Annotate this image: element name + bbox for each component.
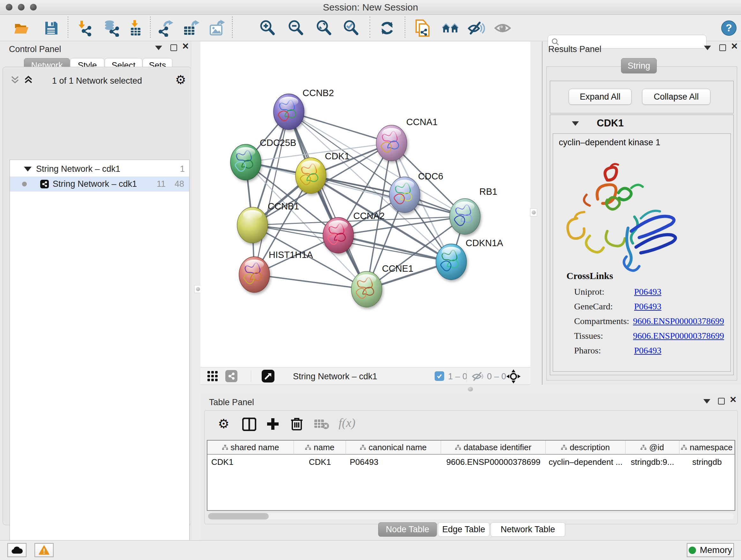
tab-node-table[interactable]: Node Table bbox=[378, 522, 437, 537]
crosslink-label: GeneCard: bbox=[574, 301, 634, 312]
node-CCNB2[interactable] bbox=[273, 94, 304, 130]
column-header--id[interactable]: @id bbox=[625, 441, 679, 455]
export-table-icon[interactable] bbox=[183, 19, 200, 37]
node-HIST1H1A[interactable] bbox=[239, 257, 270, 293]
save-session-icon[interactable] bbox=[42, 19, 60, 37]
window-minimize-button[interactable] bbox=[18, 4, 24, 10]
edge-CCNB2-CCNE1[interactable] bbox=[289, 112, 367, 289]
open-session-icon[interactable] bbox=[13, 19, 30, 37]
import-network-from-database-icon[interactable] bbox=[103, 19, 121, 37]
node-table: shared nameCDK1nameCDK1canonical nameP06… bbox=[207, 440, 735, 511]
column-header-shared-name[interactable]: shared name bbox=[207, 441, 294, 455]
column-header-namespace[interactable]: namespace bbox=[679, 441, 735, 455]
fit-center-icon[interactable] bbox=[506, 369, 521, 384]
string-view-icon[interactable] bbox=[225, 370, 238, 382]
network-collection-row[interactable]: String Network – cdk1 1 bbox=[10, 162, 189, 177]
warnings-button[interactable] bbox=[35, 543, 54, 557]
expand-all-button[interactable]: Expand All bbox=[569, 89, 631, 105]
collapse-all-button[interactable]: Collapse All bbox=[642, 89, 711, 105]
network-row-label: String Network – cdk1 bbox=[53, 179, 137, 189]
right-splitter[interactable] bbox=[530, 42, 542, 393]
cloud-button[interactable] bbox=[7, 543, 26, 557]
crosslink-label: Compartments: bbox=[574, 316, 633, 326]
table-panel-float-icon[interactable] bbox=[703, 399, 711, 403]
column-header-database-identifier[interactable]: database identifier bbox=[441, 441, 546, 455]
node-CDK1[interactable] bbox=[295, 158, 326, 193]
edge-CDK1-RB1[interactable] bbox=[311, 176, 465, 216]
network-row-selected[interactable]: String Network – cdk1 11 48 bbox=[10, 177, 189, 192]
hidden-eye-slash-icon[interactable] bbox=[472, 372, 484, 381]
tab-network-table[interactable]: Network Table bbox=[490, 522, 565, 537]
hide-selected-icon[interactable] bbox=[468, 19, 485, 37]
show-eye-icon-disabled[interactable] bbox=[494, 19, 512, 37]
node-CCNA2[interactable] bbox=[323, 217, 354, 253]
node-label-CCNA1: CCNA1 bbox=[406, 117, 437, 127]
table-options-gear-icon[interactable]: ⚙ bbox=[218, 416, 229, 431]
export-image-icon[interactable] bbox=[208, 19, 226, 37]
results-panel-maximize-icon[interactable] bbox=[719, 44, 726, 51]
results-panel-close-icon[interactable]: ✕ bbox=[731, 44, 738, 49]
control-panel-maximize-icon[interactable] bbox=[171, 44, 177, 51]
right-splitter-grip[interactable] bbox=[530, 208, 537, 216]
memory-button[interactable]: Memory bbox=[687, 543, 734, 557]
network-view-title: String Network – cdk1 bbox=[293, 372, 377, 381]
edge-HIST1H1A-CCNE1[interactable] bbox=[254, 274, 367, 289]
node-RB1[interactable] bbox=[450, 199, 480, 234]
crosslinks-list: Uniprot:P06493GeneCard:P06493Compartment… bbox=[574, 285, 724, 358]
network-from-file-icon[interactable] bbox=[414, 19, 431, 37]
table-cell: P06493 bbox=[346, 455, 441, 469]
column-header-name[interactable]: name bbox=[294, 441, 346, 455]
edge-CCNB2-CCNA1[interactable] bbox=[289, 112, 392, 143]
crosslink-value-link[interactable]: P06493 bbox=[634, 287, 662, 297]
window-close-button[interactable] bbox=[6, 4, 12, 10]
crosslink-row: Uniprot:P06493 bbox=[574, 285, 724, 299]
network-options-gear-icon[interactable]: ⚙ bbox=[175, 73, 186, 87]
node-CCNB1[interactable] bbox=[237, 207, 268, 243]
node-CDC25B[interactable] bbox=[230, 144, 261, 180]
zoom-fit-icon[interactable] bbox=[315, 19, 333, 37]
import-table-icon[interactable] bbox=[127, 19, 145, 37]
table-hscrollbar-handle[interactable] bbox=[208, 513, 269, 519]
tab-edge-table[interactable]: Edge Table bbox=[438, 522, 489, 537]
crosslink-value-link[interactable]: 9606.ENSP00000378699 bbox=[633, 316, 724, 326]
show-columns-icon[interactable] bbox=[242, 418, 256, 431]
delete-trash-icon[interactable] bbox=[290, 416, 304, 431]
houses-icon[interactable] bbox=[442, 19, 460, 37]
import-network-icon[interactable] bbox=[76, 19, 93, 37]
add-column-icon[interactable] bbox=[266, 417, 280, 431]
title-bar: Session: New Session bbox=[0, 0, 741, 15]
selected-nodes-checkbox[interactable] bbox=[434, 371, 444, 381]
help-icon[interactable]: ? bbox=[720, 19, 738, 37]
table-panel-close-icon[interactable]: ✕ bbox=[730, 397, 737, 402]
table-panel-maximize-icon[interactable] bbox=[718, 398, 725, 405]
zoom-out-icon[interactable] bbox=[287, 19, 305, 37]
grid-view-icon[interactable] bbox=[207, 371, 219, 382]
tab-string[interactable]: String bbox=[621, 58, 657, 73]
apply-layout-icon[interactable] bbox=[378, 19, 396, 37]
node-CCNA1[interactable] bbox=[376, 125, 407, 161]
node-CDC6[interactable] bbox=[389, 177, 420, 212]
birds-eye-view-icon[interactable] bbox=[262, 370, 274, 382]
node-CCNE1[interactable] bbox=[351, 271, 382, 307]
column-header-description[interactable]: description bbox=[546, 441, 625, 455]
zoom-in-icon[interactable] bbox=[259, 19, 276, 37]
column-header-canonical-name[interactable]: canonical name bbox=[346, 441, 441, 455]
crosslink-value-link[interactable]: P06493 bbox=[634, 301, 662, 312]
horizontal-splitter-grip[interactable] bbox=[468, 387, 473, 391]
results-panel-float-icon[interactable] bbox=[704, 46, 711, 50]
crosslink-value-link[interactable]: P06493 bbox=[634, 346, 662, 356]
expand-all-chevron-icon[interactable] bbox=[23, 75, 34, 85]
node-label-CDKN1A: CDKN1A bbox=[466, 238, 503, 248]
node-CDKN1A[interactable] bbox=[436, 244, 467, 280]
crosslink-value-link[interactable]: 9606.ENSP00000378699 bbox=[633, 331, 724, 341]
export-network-icon[interactable] bbox=[157, 19, 175, 37]
zoom-selected-icon[interactable] bbox=[342, 19, 360, 37]
window-zoom-button[interactable] bbox=[30, 4, 37, 10]
control-panel-float-icon[interactable] bbox=[155, 46, 162, 50]
control-panel-close-icon[interactable]: ✕ bbox=[182, 44, 189, 49]
table-hscrollbar[interactable] bbox=[208, 513, 734, 519]
tree-expand-icon[interactable] bbox=[24, 167, 31, 172]
network-canvas[interactable]: CCNB2CCNA1CDC25BCDK1CDC6RB1CCNB1CCNA2CDK… bbox=[200, 42, 530, 367]
gene-collapse-icon[interactable] bbox=[572, 121, 579, 126]
collapse-all-chevron-icon[interactable] bbox=[10, 75, 21, 85]
